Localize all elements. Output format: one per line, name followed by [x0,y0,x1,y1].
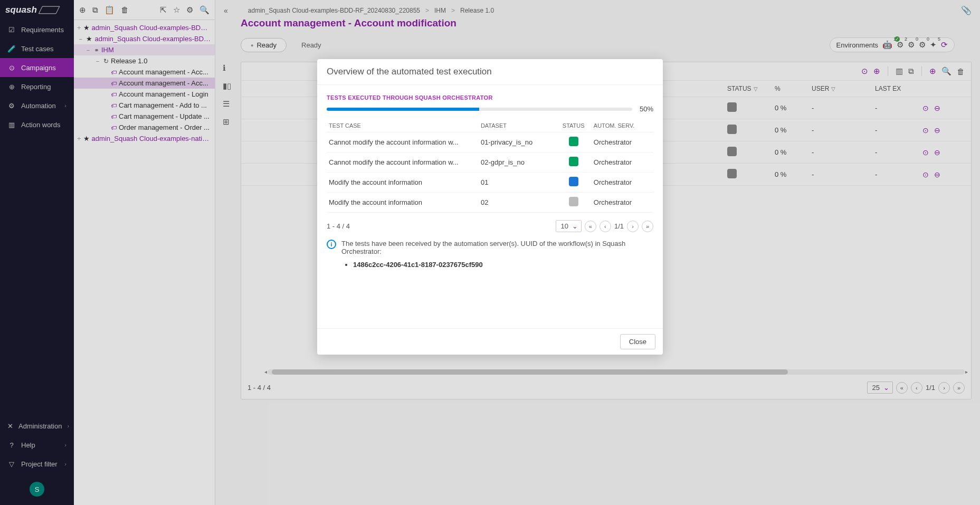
progress-pct: 50% [640,105,653,113]
modal-pagination: 1 - 4 / 4 10 « ‹ 1/1 › » [327,220,653,232]
cell-dataset: 02-gdpr_is_no [479,153,556,173]
status-chip [569,157,578,166]
th-status[interactable]: STATUS [556,119,592,132]
cell-autom-serv: Orchestrator [592,153,653,173]
modal-footer: Close [317,328,663,355]
cell-test-case: Cannot modify the account information w.… [327,153,479,173]
modal-table-row[interactable]: Cannot modify the account information w.… [327,132,653,153]
page-last-icon[interactable]: » [642,221,653,232]
page-prev-icon[interactable]: ‹ [600,221,611,232]
cell-test-case: Cannot modify the account information w.… [327,132,479,153]
cell-dataset: 01 [479,173,556,193]
modal-range: 1 - 4 / 4 [327,222,350,230]
page-next-icon[interactable]: › [627,221,639,232]
modal-section-title: TESTS EXECUTED THROUGH SQUASH ORCHESTRAT… [327,94,653,101]
info-row: i The tests have been received by the au… [327,240,653,255]
progress-fill [327,108,479,111]
status-chip [569,137,578,146]
page-first-icon[interactable]: « [585,221,596,232]
th-dataset[interactable]: DATASET [479,119,556,132]
modal: Overview of the automated test execution… [317,59,663,355]
info-text: The tests have been received by the auto… [341,240,653,255]
modal-page-size-select[interactable]: 10 [556,220,581,232]
status-chip [569,197,578,206]
close-button[interactable]: Close [620,334,655,349]
th-test-case[interactable]: TEST CASE [327,119,479,132]
modal-table-row[interactable]: Modify the account information01Orchestr… [327,173,653,193]
th-autom-serv[interactable]: AUTOM. SERV. [592,119,653,132]
modal-overlay: Overview of the automated test execution… [0,0,980,505]
cell-dataset: 02 [479,193,556,213]
cell-dataset: 01-privacy_is_no [479,132,556,153]
modal-title: Overview of the automated test execution [317,59,663,85]
cell-test-case: Modify the account information [327,173,479,193]
cell-autom-serv: Orchestrator [592,193,653,213]
modal-table: TEST CASE DATASET STATUS AUTOM. SERV. Ca… [327,119,653,213]
page-size-value: 10 [560,222,568,230]
cell-autom-serv: Orchestrator [592,132,653,153]
progress-bar [327,108,632,111]
page-indicator: 1/1 [614,222,624,230]
status-chip [569,177,578,186]
info-icon: i [327,240,336,249]
cell-autom-serv: Orchestrator [592,173,653,193]
progress-row: 50% [327,105,653,113]
modal-table-row[interactable]: Cannot modify the account information w.… [327,153,653,173]
uuid-list: 1486c2cc-4206-41c1-8187-0237675cf590 [346,261,653,269]
cell-test-case: Modify the account information [327,193,479,213]
modal-table-row[interactable]: Modify the account information02Orchestr… [327,193,653,213]
uuid-item: 1486c2cc-4206-41c1-8187-0237675cf590 [353,261,653,269]
